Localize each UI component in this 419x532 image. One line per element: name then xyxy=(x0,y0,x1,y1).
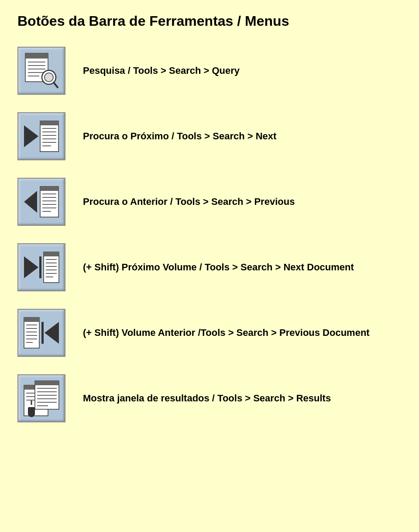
show-results-icon[interactable] xyxy=(17,374,65,422)
svg-rect-60 xyxy=(35,381,59,385)
svg-rect-22 xyxy=(40,187,58,217)
svg-rect-2 xyxy=(25,53,48,59)
list-item: (+ Shift) Volume Anterior /Tools > Searc… xyxy=(17,309,402,357)
svg-rect-33 xyxy=(39,256,41,278)
search-query-icon[interactable] xyxy=(17,47,65,95)
search-query-label: Pesquisa / Tools > Search > Query xyxy=(83,64,240,78)
search-next-label: Procura o Próximo / Tools > Search > Nex… xyxy=(83,130,276,143)
svg-point-9 xyxy=(45,73,53,82)
list-item: Procura o Anterior / Tools > Search > Pr… xyxy=(17,178,402,226)
prev-document-label: (+ Shift) Volume Anterior /Tools > Searc… xyxy=(83,326,370,340)
show-results-label: Mostra janela de resultados / Tools > Se… xyxy=(83,392,331,405)
list-item: Pesquisa / Tools > Search > Query xyxy=(17,47,402,95)
search-prev-label: Procura o Anterior / Tools > Search > Pr… xyxy=(83,195,295,209)
list-item: Procura o Próximo / Tools > Search > Nex… xyxy=(17,112,402,160)
list-item: Mostra janela de resultados / Tools > Se… xyxy=(17,374,402,422)
page-title: Botões da Barra de Ferramentas / Menus xyxy=(17,13,402,29)
svg-rect-68 xyxy=(28,407,35,415)
prev-document-icon[interactable] xyxy=(17,309,65,357)
svg-rect-23 xyxy=(40,187,58,191)
svg-rect-51 xyxy=(41,322,44,344)
search-next-icon[interactable] xyxy=(17,112,65,160)
svg-rect-44 xyxy=(24,318,39,322)
svg-rect-43 xyxy=(24,318,39,348)
svg-rect-13 xyxy=(40,121,58,152)
next-document-label: (+ Shift) Próximo Volume / Tools > Searc… xyxy=(83,261,354,274)
list-item: (+ Shift) Próximo Volume / Tools > Searc… xyxy=(17,243,402,291)
svg-rect-14 xyxy=(40,121,58,125)
search-prev-icon[interactable] xyxy=(17,178,65,226)
svg-rect-34 xyxy=(44,252,59,283)
next-document-icon[interactable] xyxy=(17,243,65,291)
svg-rect-35 xyxy=(44,252,59,256)
